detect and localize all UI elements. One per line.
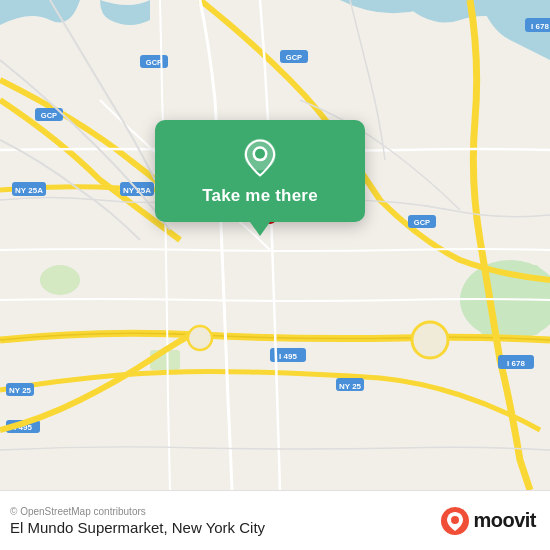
take-me-there-button[interactable]: Take me there <box>155 120 365 222</box>
svg-text:GCP: GCP <box>414 218 430 227</box>
svg-text:NY 25: NY 25 <box>339 382 362 391</box>
svg-text:I 678: I 678 <box>531 22 549 31</box>
svg-text:I 495: I 495 <box>279 352 297 361</box>
svg-text:NY 25: NY 25 <box>9 386 32 395</box>
svg-text:GCP: GCP <box>146 58 162 67</box>
take-me-there-label: Take me there <box>202 186 318 206</box>
svg-point-30 <box>188 326 212 350</box>
location-info: © OpenStreetMap contributors El Mundo Su… <box>10 506 265 536</box>
svg-point-29 <box>412 322 448 358</box>
moovit-text: moovit <box>473 509 536 532</box>
svg-rect-0 <box>0 0 550 490</box>
location-pin-icon <box>240 138 280 178</box>
svg-text:GCP: GCP <box>41 111 57 120</box>
svg-text:I 678: I 678 <box>507 359 525 368</box>
moovit-pin-icon <box>441 507 469 535</box>
moovit-logo: moovit <box>441 507 536 535</box>
osm-credit: © OpenStreetMap contributors <box>10 506 265 517</box>
svg-point-3 <box>40 265 80 295</box>
location-name: El Mundo Supermarket, New York City <box>10 519 265 536</box>
map-container: I 495 I 678 I 678 NY 25A NY 25A NY 25 NY… <box>0 0 550 490</box>
bottom-bar: © OpenStreetMap contributors El Mundo Su… <box>0 490 550 550</box>
svg-point-36 <box>451 516 459 524</box>
svg-point-34 <box>255 149 265 159</box>
map-svg: I 495 I 678 I 678 NY 25A NY 25A NY 25 NY… <box>0 0 550 490</box>
svg-text:GCP: GCP <box>286 53 302 62</box>
svg-text:NY 25A: NY 25A <box>15 186 43 195</box>
